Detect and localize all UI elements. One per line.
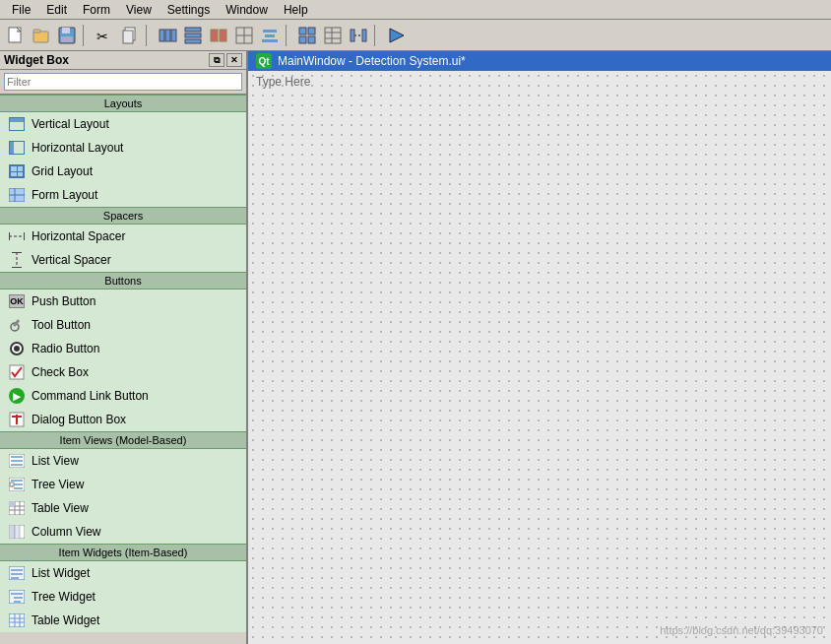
list-view-icon [8, 452, 26, 470]
widget-box-float-button[interactable]: ⧉ [209, 53, 224, 67]
toolbar-sep-1 [83, 25, 89, 46]
open-button[interactable] [30, 24, 53, 47]
widget-item-label: Table Widget [32, 613, 99, 627]
push-button-icon: OK [8, 292, 26, 310]
designer-titlebar: Qt MainWindow - Detection System.ui* [248, 51, 831, 71]
svg-rect-23 [299, 28, 306, 34]
menu-edit[interactable]: Edit [38, 1, 75, 19]
section-spacers: Spacers [0, 207, 246, 225]
svg-rect-68 [15, 525, 20, 539]
section-item-widgets: Item Widgets (Item-Based) [0, 544, 246, 561]
widget-item-form-layout[interactable]: Form Layout [0, 183, 246, 207]
filter-input[interactable] [4, 73, 242, 91]
grid-layout-icon [8, 162, 26, 180]
table-view-icon [8, 499, 26, 517]
menu-file[interactable]: File [4, 1, 38, 19]
widget-item-list-widget[interactable]: List Widget [0, 561, 246, 585]
type-here-label: Type Here [256, 75, 310, 89]
widget-item-label: List View [32, 454, 79, 468]
svg-rect-15 [211, 30, 218, 41]
check-box-icon [8, 363, 26, 381]
widget-item-label: Push Button [32, 294, 96, 308]
tree-widget-icon [8, 588, 26, 606]
widget-item-table-widget[interactable]: Table Widget [0, 609, 246, 632]
widget-item-tree-view[interactable]: + Tree View [0, 473, 246, 496]
widget-item-label: Tool Button [32, 318, 91, 332]
svg-text:✂: ✂ [96, 29, 108, 44]
toolbar-sep-2 [146, 25, 152, 46]
svg-rect-1 [33, 32, 48, 42]
svg-rect-26 [308, 36, 315, 43]
widget-box-title: Widget Box [4, 53, 69, 67]
menu-window[interactable]: Window [218, 1, 276, 19]
widget-item-table-view[interactable]: Table View [0, 496, 246, 520]
menu-form[interactable]: Form [75, 1, 118, 19]
svg-rect-5 [61, 36, 73, 42]
widget-item-label: List Widget [32, 566, 90, 580]
layout-h-button[interactable] [156, 24, 179, 47]
cut-button[interactable]: ✂ [93, 24, 116, 47]
main-layout: Widget Box ⧉ ✕ Layouts Vertical Layout [0, 51, 831, 644]
svg-rect-2 [33, 30, 40, 32]
widget-item-label: Horizontal Layout [32, 141, 123, 155]
widget-item-label: Grid Layout [32, 164, 93, 178]
align-h-button[interactable] [258, 24, 282, 47]
widget-item-vertical-spacer[interactable]: Vertical Spacer [0, 248, 246, 272]
svg-rect-65 [9, 501, 15, 506]
section-item-views: Item Views (Model-Based) [0, 431, 246, 449]
widget-item-label: Table View [32, 501, 89, 515]
widget-item-label: Form Layout [32, 188, 97, 202]
qt-icon: Qt [256, 53, 272, 69]
menu-help[interactable]: Help [276, 1, 316, 19]
form-grid-button[interactable] [321, 24, 345, 47]
widget-item-tool-button[interactable]: Tool Button [0, 313, 246, 337]
menu-settings[interactable]: Settings [160, 1, 218, 19]
widget-item-horizontal-spacer[interactable]: Horizontal Spacer [0, 225, 246, 248]
widget-box-header: Widget Box ⧉ ✕ [0, 51, 246, 70]
section-buttons: Buttons [0, 272, 246, 290]
svg-rect-32 [362, 30, 366, 41]
svg-rect-8 [123, 31, 133, 43]
copy-button[interactable] [118, 24, 142, 47]
widget-item-vertical-layout[interactable]: Vertical Layout [0, 112, 246, 136]
widget-item-label: Dialog Button Box [32, 413, 126, 426]
command-link-button-icon: ▶ [8, 387, 26, 405]
widget-item-command-link-button[interactable]: ▶ Command Link Button [0, 384, 246, 408]
widget-item-list-view[interactable]: List View [0, 449, 246, 473]
widget-item-column-view[interactable]: Column View [0, 520, 246, 544]
grid-button[interactable] [295, 24, 319, 47]
watermark-label: https://blog.csdn.net/qq:39493070 [660, 624, 823, 636]
horizontal-layout-icon [8, 139, 26, 157]
new-button[interactable] [4, 24, 28, 47]
toolbar-sep-3 [286, 25, 291, 46]
widget-item-dialog-button-box[interactable]: Dialog Button Box [0, 408, 246, 431]
widget-item-push-button[interactable]: OK Push Button [0, 290, 246, 313]
designer-canvas[interactable]: Type Here https://blog.csdn.net/qq:39493… [248, 71, 831, 644]
widget-item-grid-layout[interactable]: Grid Layout [0, 160, 246, 183]
layout-v-button[interactable] [181, 24, 205, 47]
svg-marker-34 [390, 29, 404, 42]
preview-button[interactable] [384, 24, 408, 47]
widget-item-tree-widget[interactable]: Tree Widget [0, 585, 246, 609]
widget-item-label: Check Box [32, 365, 89, 379]
svg-rect-22 [262, 39, 278, 42]
svg-rect-77 [9, 613, 25, 627]
adjust-size-button[interactable] [232, 24, 256, 47]
widget-box-header-buttons: ⧉ ✕ [209, 53, 242, 67]
svg-rect-13 [185, 33, 201, 37]
menu-view[interactable]: View [118, 1, 160, 19]
widget-item-label: Vertical Spacer [32, 253, 111, 267]
tool-button-icon [8, 316, 26, 334]
widget-item-label: Tree Widget [32, 590, 96, 604]
widget-item-horizontal-layout[interactable]: Horizontal Layout [0, 136, 246, 160]
widget-item-radio-button[interactable]: Radio Button [0, 337, 246, 360]
save-button[interactable] [55, 24, 79, 47]
widget-item-check-box[interactable]: Check Box [0, 360, 246, 384]
svg-rect-14 [185, 39, 201, 43]
break-layout-button[interactable] [207, 24, 230, 47]
widget-box-close-button[interactable]: ✕ [226, 53, 242, 67]
toolbar: ✂ [0, 20, 831, 51]
spread-button[interactable] [347, 24, 370, 47]
svg-text:+: + [11, 483, 14, 488]
svg-rect-31 [351, 30, 354, 41]
